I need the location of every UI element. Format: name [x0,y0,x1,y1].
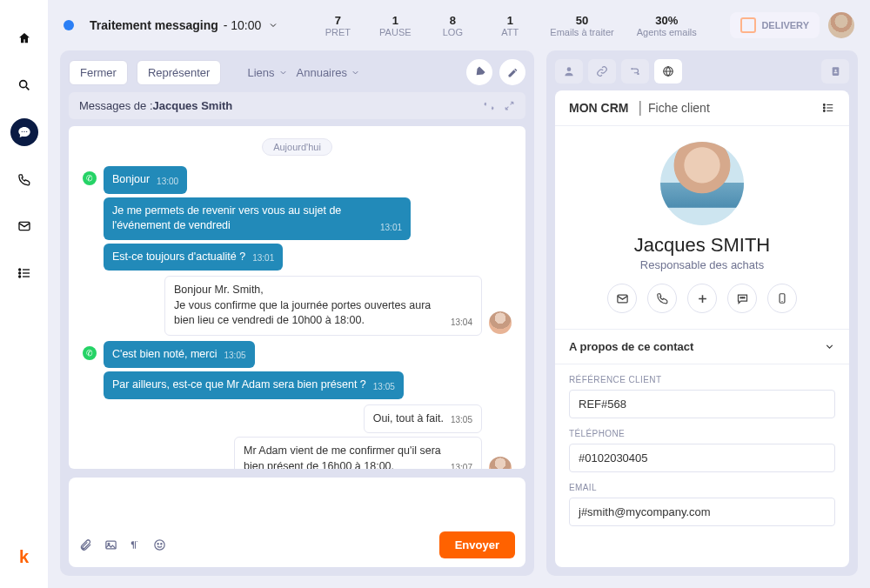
msg-in: Je me permets de revenir vers vous au su… [104,197,411,240]
svg-point-14 [631,68,632,70]
brand-pill: DELIVERY [730,12,820,38]
svg-point-18 [834,70,836,71]
svg-point-6 [18,272,20,274]
call-action[interactable] [647,284,677,313]
phone-icon[interactable] [10,165,38,193]
stat-pret: 7PRET [320,14,355,37]
image-icon[interactable] [104,538,117,551]
crm-title: MON CRM [569,101,628,115]
stat-emails: 50Emails à traiter [550,14,613,37]
chevron-down-icon [824,341,835,352]
represent-button[interactable]: Représenter [137,60,222,85]
whatsapp-icon: ✆ [83,346,97,360]
status-label: Traitement messaging [90,18,218,32]
tab-person[interactable] [555,59,583,84]
brand-text: DELIVERY [761,20,809,30]
contact-name: Jacques SMITH [634,234,771,257]
contact-role: Responsable des achats [640,258,764,271]
tab-link[interactable] [588,59,616,84]
whatsapp-icon: ✆ [83,171,97,185]
transfer-icon[interactable] [483,100,495,112]
svg-point-12 [161,544,162,545]
status-time: - 10:00 [220,18,262,32]
svg-point-0 [19,81,26,88]
tel-label: TÉLÉPHONE [569,429,835,438]
sidebar-rail: k [0,0,48,588]
svg-point-23 [740,297,741,297]
top-stats: 7PRET 1PAUSE 8LOG 1ATT 50Emails à traite… [320,14,696,37]
send-button[interactable]: Envoyer [439,531,515,558]
thread-name: Jacques Smith [153,99,233,112]
svg-point-5 [18,269,20,271]
svg-point-3 [26,131,27,132]
svg-point-2 [23,131,24,132]
directories-dropdown[interactable]: Annuaires [297,66,361,79]
svg-point-15 [637,73,639,75]
pilcrow-icon[interactable] [130,538,141,551]
emoji-icon[interactable] [153,538,166,551]
tel-field[interactable]: #0102030405 [569,444,835,472]
svg-point-21 [823,110,825,112]
contact-avatar [660,142,744,225]
tag-icon[interactable] [466,59,492,85]
conversation-panel: Fermer Représenter Liens Annuaires Messa… [60,50,534,576]
mobile-action[interactable] [767,284,797,313]
svg-point-13 [567,67,572,71]
stat-pause: 1PAUSE [378,14,412,37]
svg-point-1 [21,131,22,132]
sms-action[interactable] [727,284,757,313]
topbar: Traitement messaging - 10:00 7PRET 1PAUS… [48,0,870,50]
menu-icon[interactable] [821,102,835,114]
agent-avatar [489,457,512,469]
tab-route[interactable] [621,59,649,84]
links-dropdown[interactable]: Liens [247,66,287,79]
expand-icon[interactable] [504,100,515,112]
edit-icon[interactable] [499,59,525,85]
close-button[interactable]: Fermer [69,60,128,85]
agent-avatar [489,311,512,334]
tab-contacts[interactable] [821,59,849,84]
msg-in: Bonjour13:00 [104,166,187,194]
about-section-toggle[interactable]: A propos de ce contact [555,330,849,364]
attach-icon[interactable] [79,538,92,551]
status-dropdown[interactable]: Traitement messaging - 10:00 [90,18,278,32]
ref-label: RÉFÉRENCE CLIENT [569,375,835,384]
app-logo: k [19,547,29,567]
svg-point-24 [741,297,742,297]
msg-in: Est-ce toujours d'actualité ?13:01 [104,244,283,271]
email-label: EMAIL [569,483,835,492]
svg-point-25 [743,297,744,297]
about-title: A propos de ce contact [569,340,693,353]
search-icon[interactable] [10,71,38,99]
svg-point-19 [823,104,825,106]
thread-header: Messages de : Jacques Smith [69,92,525,119]
ref-field[interactable]: REF#568 [569,390,835,418]
msg-out: Oui, tout à fait.13:05 [364,404,482,434]
msg-in: Par ailleurs, est-ce que Mr Adam sera bi… [104,371,404,399]
svg-point-10 [155,540,164,550]
user-avatar[interactable] [828,12,854,38]
msg-out: Bonjour Mr. Smith, Je vous confirme que … [164,276,482,336]
stat-log: 8LOG [435,14,470,37]
chat-icon[interactable] [10,118,38,146]
stat-att: 1ATT [492,14,527,37]
tab-globe[interactable] [654,59,682,84]
email-field[interactable]: j#smith@mycompany.com [569,498,835,526]
date-pill: Aujourd'hui [262,138,332,156]
crm-panel: MON CRM │ Fiche client Jacques SMITH Res… [546,50,858,576]
crm-header: MON CRM │ Fiche client [555,90,849,126]
stat-agents: 30%Agents emails [637,14,697,37]
conversation: Aujourd'hui ✆ Bonjour13:00 Je me permets… [69,126,525,469]
home-icon[interactable] [10,24,38,52]
message-input[interactable] [79,486,515,521]
msg-out: Mr Adam vient de me confirmer qu'il sera… [234,437,482,469]
add-action[interactable] [687,284,717,313]
email-action[interactable] [607,284,637,313]
mail-icon[interactable] [10,212,38,240]
msg-in: C'est bien noté, merci13:05 [104,341,255,369]
svg-point-7 [18,276,20,277]
list-icon[interactable] [10,259,38,287]
composer: Envoyer [69,478,525,567]
status-dot [64,20,74,30]
thread-prefix: Messages de : [79,99,153,112]
